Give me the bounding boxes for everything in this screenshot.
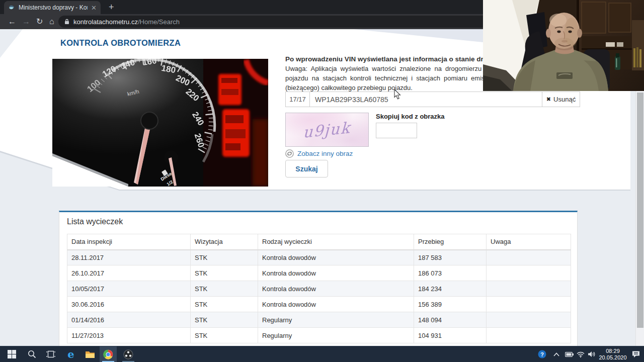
wifi-icon xyxy=(577,351,585,357)
url-text: kontrolatachometru.cz/Home/Search xyxy=(73,18,180,26)
start-button[interactable] xyxy=(3,346,20,362)
remove-vin-button[interactable]: ✖ Usunąć xyxy=(542,92,580,107)
new-tab-button[interactable]: + xyxy=(109,2,114,13)
vin-input-group: 17/17 ✖ Usunąć xyxy=(285,92,580,107)
table-cell xyxy=(487,312,571,328)
captcha-image: u9juk xyxy=(285,113,369,147)
table-cell: 30.06.2016 xyxy=(67,297,191,312)
table-header-row: Data inspekcjiWizytacjaRodzaj wycieczkiP… xyxy=(67,234,571,250)
refresh-link-label: Zobacz inny obraz xyxy=(297,150,353,157)
table-cell: 11/27/2013 xyxy=(67,328,191,343)
home-button[interactable]: ⌂ xyxy=(49,17,54,27)
clock-date: 20.05.2020 xyxy=(597,354,629,361)
table-column-header: Data inspekcji xyxy=(67,234,191,250)
table-cell: Kontrola dowodów xyxy=(258,297,414,312)
table-cell: Regularny xyxy=(258,312,414,328)
url-path: /Home/Search xyxy=(138,18,180,26)
edge-taskbar-button[interactable]: e xyxy=(62,346,79,362)
chrome-icon xyxy=(103,349,113,359)
wifi-tray-button[interactable] xyxy=(575,346,587,362)
table-cell: STK xyxy=(191,281,258,297)
table-row: 28.11.2017STKKontrola dowodów187 583 xyxy=(67,250,571,265)
mouse-cursor xyxy=(394,89,401,100)
browser-tab[interactable]: Ministerstvo dopravy - Kontrola t ✕ xyxy=(4,1,101,14)
url-domain: kontrolatachometru.cz xyxy=(73,18,138,26)
battery-tray-button[interactable] xyxy=(562,346,576,362)
results-panel: Lista wycieczek Data inspekcjiWizytacjaR… xyxy=(59,211,578,347)
search-button[interactable]: Szukaj xyxy=(285,160,328,177)
table-cell xyxy=(487,328,571,343)
table-row: 26.10.2017STKKontrola dowodów186 073 xyxy=(67,265,571,281)
table-column-header: Wizytacja xyxy=(191,234,258,250)
table-cell xyxy=(487,250,571,265)
taskbar: e xyxy=(0,346,644,362)
table-cell: STK xyxy=(191,250,258,265)
table-cell: STK xyxy=(191,328,258,343)
table-cell xyxy=(487,281,571,297)
table-cell: 187 583 xyxy=(414,250,487,265)
table-row: 01/14/2016STKRegularny148 094 xyxy=(67,312,571,328)
vin-length-counter: 17/17 xyxy=(285,92,310,107)
tray-overflow-button[interactable] xyxy=(550,346,562,362)
back-button[interactable]: ← xyxy=(8,17,16,27)
table-cell: 156 389 xyxy=(414,297,487,312)
table-cell: Regularny xyxy=(258,328,414,343)
search-button-label: Szukaj xyxy=(295,165,317,173)
trips-table: Data inspekcjiWizytacjaRodzaj wycieczkiP… xyxy=(67,234,571,343)
file-explorer-button[interactable] xyxy=(82,346,99,362)
screen: { "browser": { "tab_title": "Ministerstv… xyxy=(0,0,644,362)
get-help-tray-button[interactable]: ? xyxy=(535,346,548,362)
folder-icon xyxy=(85,350,95,358)
table-cell: STK xyxy=(191,265,258,281)
table-cell: STK xyxy=(191,312,258,328)
table-cell: Kontrola dowodów xyxy=(258,265,414,281)
table-cell: Kontrola dowodów xyxy=(258,250,414,265)
help-icon: ? xyxy=(538,350,546,358)
obs-taskbar-button[interactable] xyxy=(120,346,137,362)
captcha-text: u9juk xyxy=(303,118,351,141)
clock-time: 08:29 xyxy=(597,348,629,354)
taskbar-search-button[interactable] xyxy=(23,346,40,362)
table-column-header: Uwaga xyxy=(487,234,571,250)
results-panel-title: Lista wycieczek xyxy=(59,212,577,230)
remove-x-icon: ✖ xyxy=(546,96,551,103)
table-cell: 184 234 xyxy=(414,281,487,297)
lock-icon xyxy=(64,19,69,25)
obs-icon xyxy=(123,349,133,359)
task-view-button[interactable] xyxy=(42,346,59,362)
table-row: 11/27/2013STKRegularny104 931 xyxy=(67,328,571,343)
table-column-header: Przebieg xyxy=(414,234,487,250)
table-column-header: Rodzaj wycieczki xyxy=(258,234,414,250)
table-cell xyxy=(487,297,571,312)
forward-button[interactable]: → xyxy=(22,17,30,27)
windows-logo-icon xyxy=(8,350,16,358)
volume-tray-button[interactable] xyxy=(586,346,598,362)
captcha-code-input[interactable] xyxy=(376,123,417,138)
edge-icon: e xyxy=(67,348,74,360)
remove-label: Usunąć xyxy=(553,96,576,103)
tab-title: Ministerstvo dopravy - Kontrola t xyxy=(19,4,88,11)
action-center-button[interactable] xyxy=(629,346,643,362)
captcha-refresh-link[interactable]: Zobacz inny obraz xyxy=(285,149,353,158)
table-cell: 148 094 xyxy=(414,312,487,328)
action-center-icon xyxy=(632,350,640,358)
scrollbar-thumb[interactable] xyxy=(637,93,643,328)
refresh-icon xyxy=(285,149,294,158)
captcha-copy-label: Skopiuj kod z obrazka xyxy=(376,113,445,120)
tab-close-icon[interactable]: ✕ xyxy=(91,5,97,11)
chrome-taskbar-button[interactable] xyxy=(100,346,117,362)
speedometer-image: 100120140160180200220240260 km/h Diese 1… xyxy=(52,59,268,187)
battery-icon xyxy=(565,352,574,357)
site-favicon-icon xyxy=(8,4,15,11)
table-row: 30.06.2016STKKontrola dowodów156 389 xyxy=(67,297,571,312)
table-cell: 28.11.2017 xyxy=(67,250,191,265)
table-cell: Kontrola dowodów xyxy=(258,281,414,297)
taskbar-clock[interactable]: 08:29 20.05.2020 xyxy=(597,348,629,361)
table-cell xyxy=(487,265,571,281)
vin-input[interactable] xyxy=(310,92,542,107)
table-cell: 104 931 xyxy=(414,328,487,343)
task-view-icon xyxy=(46,350,55,358)
reload-button[interactable]: ↻ xyxy=(36,17,43,27)
page-title: KONTROLA OBROTOMIERZA xyxy=(60,38,181,48)
chevron-up-icon xyxy=(553,352,559,356)
